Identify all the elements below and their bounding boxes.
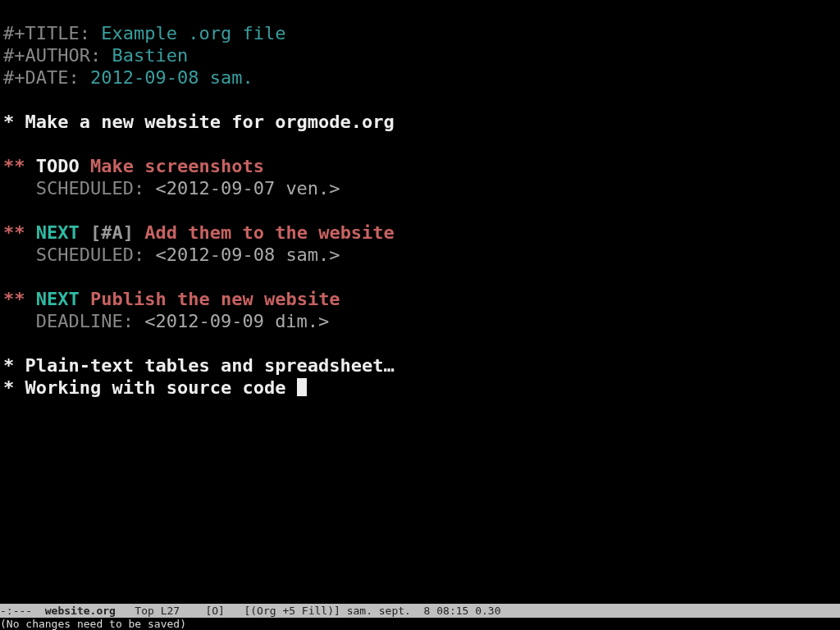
title-key: #+TITLE:: [3, 23, 90, 43]
deadline-label: DEADLINE:: [3, 311, 144, 331]
task-3-stars: **: [3, 289, 36, 309]
task-2-heading: ** NEXT [#A] Add them to the website: [3, 222, 395, 243]
task-3-title: Publish the new website: [80, 289, 340, 309]
task-2-stars: **: [3, 222, 36, 243]
date-key: #+DATE:: [3, 67, 80, 88]
priority-tag: [#A]: [80, 222, 134, 243]
doc-date-line: #+DATE: 2012-09-08 sam.: [3, 67, 253, 88]
task-2-title: Add them to the website: [134, 222, 395, 243]
task-1-stars: **: [3, 156, 36, 176]
author-val: Bastien: [101, 45, 188, 66]
mode-line-modified: -:---: [0, 605, 39, 617]
mode-line: -:--- website.org Top L27 [O] [(Org +5 F…: [0, 604, 840, 618]
heading-1: * Make a new website for orgmode.org: [3, 112, 395, 132]
scheduled-label: SCHEDULED:: [3, 244, 155, 265]
date-val: 2012-09-08 sam.: [80, 67, 253, 88]
heading-3: * Working with source code: [3, 377, 297, 398]
mode-line-filename: website.org: [39, 605, 122, 617]
scheduled-date: <2012-09-08 sam.>: [155, 244, 340, 265]
task-1-heading: ** TODO Make screenshots: [3, 156, 264, 176]
task-1-scheduled: SCHEDULED: <2012-09-07 ven.>: [3, 178, 340, 199]
title-val: Example .org file: [90, 23, 285, 43]
author-key: #+AUTHOR:: [3, 45, 101, 66]
doc-title-line: #+TITLE: Example .org file: [3, 23, 285, 43]
scheduled-label: SCHEDULED:: [3, 178, 155, 199]
minibuffer[interactable]: (No changes need to be saved): [0, 618, 840, 630]
todo-keyword: TODO: [36, 156, 80, 176]
task-1-title: Make screenshots: [80, 156, 264, 176]
cursor-icon: [297, 378, 307, 396]
editor-buffer[interactable]: #+TITLE: Example .org file #+AUTHOR: Bas…: [0, 0, 840, 604]
next-keyword: NEXT: [36, 289, 80, 309]
task-3-deadline: DEADLINE: <2012-09-09 dim.>: [3, 311, 329, 331]
next-keyword: NEXT: [36, 222, 80, 243]
scheduled-date: <2012-09-07 ven.>: [155, 178, 340, 199]
doc-author-line: #+AUTHOR: Bastien: [3, 45, 188, 66]
mode-line-status: Top L27 [O] [(Org +5 Fill)] sam. sept. 8…: [122, 605, 501, 617]
heading-3-line: * Working with source code: [3, 377, 307, 398]
task-3-heading: ** NEXT Publish the new website: [3, 289, 340, 309]
deadline-date: <2012-09-09 dim.>: [144, 311, 329, 331]
heading-2: * Plain-text tables and spreadsheet…: [3, 355, 395, 376]
task-2-scheduled: SCHEDULED: <2012-09-08 sam.>: [3, 244, 340, 265]
